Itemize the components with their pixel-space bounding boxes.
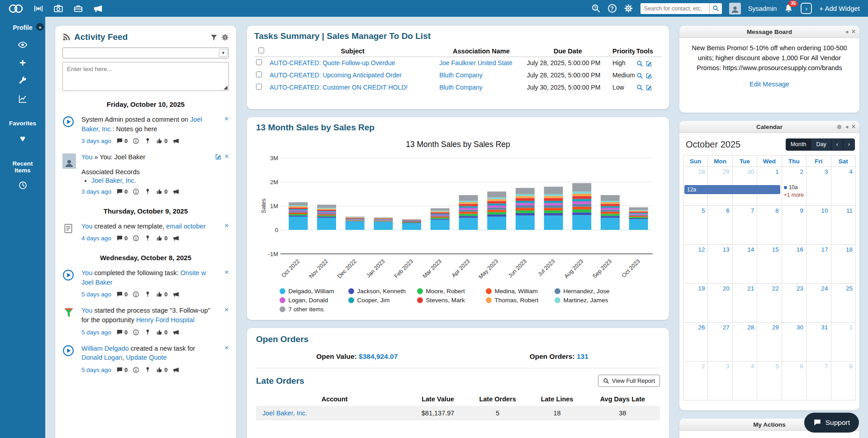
calendar-day-cell[interactable]: 8 — [757, 206, 782, 245]
calendar-day-cell[interactable]: 7 — [733, 206, 757, 245]
feed-item-timestamp[interactable]: 5 days ago — [81, 367, 111, 373]
calendar-day-cell[interactable]: 15 — [757, 245, 782, 284]
eye-icon[interactable] — [18, 40, 28, 50]
filter-icon[interactable] — [210, 33, 218, 41]
help-icon[interactable]: ? — [608, 4, 617, 13]
user-avatar[interactable] — [729, 3, 741, 14]
close-icon[interactable]: × — [224, 152, 229, 160]
add-icon[interactable]: + — [19, 58, 26, 67]
global-search-input[interactable] — [640, 3, 709, 14]
zoom-search-icon[interactable] — [591, 4, 601, 13]
camera-icon[interactable] — [53, 4, 63, 14]
calendar-day-cell[interactable]: 11 — [831, 206, 856, 245]
select-all-checkbox[interactable] — [258, 48, 264, 53]
calendar-event-bar[interactable]: 12a — [684, 185, 780, 194]
task-checkbox[interactable] — [256, 71, 262, 77]
pin-icon[interactable] — [144, 188, 151, 195]
legend-item[interactable]: Hernandez, Jose — [555, 288, 623, 295]
feed-item-timestamp[interactable]: 3 days ago — [81, 188, 111, 195]
calendar-next-button[interactable]: › — [843, 138, 855, 151]
associated-record-link[interactable]: Joel Baker, Inc. — [91, 177, 136, 184]
feed-filter-select[interactable]: ▼ — [62, 48, 229, 58]
pin-icon[interactable] — [144, 138, 151, 144]
comment-icon[interactable]: 0 — [116, 138, 128, 144]
calendar-day-view-button[interactable]: Day — [811, 138, 831, 151]
calendar-day-cell[interactable]: 18 — [831, 245, 856, 284]
calendar-day-cell[interactable]: 22 — [757, 284, 782, 323]
calendar-day-cell[interactable]: 16 — [782, 245, 806, 284]
settings-gear-icon[interactable] — [624, 4, 633, 13]
global-search-button[interactable] — [709, 3, 722, 14]
calendar-day-cell[interactable]: 20 — [708, 284, 732, 323]
task-view-icon[interactable] — [636, 59, 643, 67]
thumbs-up-icon[interactable]: 0 — [156, 329, 167, 336]
expand-panel-button[interactable]: › — [801, 3, 812, 14]
collapse-icon[interactable]: ◂ — [845, 29, 848, 35]
calendar-prev-button[interactable]: ‹ — [831, 138, 843, 151]
task-view-icon[interactable] — [636, 71, 643, 79]
calendar-day-cell[interactable]: 26 — [683, 323, 708, 362]
thumbs-up-icon[interactable]: 0 — [156, 367, 167, 373]
task-edit-icon[interactable] — [645, 59, 652, 67]
calendar-more-link[interactable]: +1 more — [782, 192, 806, 198]
pin-icon[interactable] — [144, 367, 151, 373]
comment-icon[interactable]: 0 — [116, 235, 128, 242]
resize-handle[interactable] — [223, 86, 228, 90]
calendar-day-cell[interactable]: 6 — [782, 362, 806, 400]
thumbs-up-icon[interactable]: 0 — [156, 188, 167, 195]
announce-icon[interactable] — [173, 235, 180, 242]
calendar-day-cell[interactable]: 14 — [733, 245, 757, 284]
edit-message-link[interactable]: Edit Message — [679, 81, 859, 88]
announce-icon[interactable] — [173, 291, 180, 298]
legend-item[interactable]: Medina, William — [486, 288, 555, 295]
late-order-account-link[interactable]: Joel Baker, Inc. — [262, 409, 307, 417]
support-button[interactable]: Support — [804, 413, 859, 433]
info-icon[interactable] — [133, 235, 139, 242]
calendar-day-cell[interactable]: 19 — [683, 284, 708, 323]
thumbs-up-icon[interactable]: 0 — [156, 235, 167, 242]
pin-icon[interactable] — [144, 291, 151, 298]
legend-item[interactable]: Thomas, Robert — [486, 297, 555, 304]
feed-item-link[interactable]: You — [81, 223, 92, 230]
close-icon[interactable]: × — [224, 222, 229, 229]
calendar-day-cell[interactable]: 5 — [757, 362, 782, 400]
calendar-day-cell[interactable]: 25 — [831, 284, 856, 323]
task-subject-link[interactable]: AUTO-CREATED: Upcoming Anticipated Order — [270, 71, 402, 79]
info-icon[interactable] — [133, 367, 139, 373]
feed-item-link[interactable]: You — [81, 269, 92, 276]
announce-icon[interactable] — [173, 188, 180, 195]
task-association-link[interactable]: Bluth Company — [439, 84, 483, 91]
feed-item-timestamp[interactable]: 4 days ago — [81, 235, 111, 242]
task-view-icon[interactable] — [636, 84, 643, 91]
calendar-day-cell[interactable]: 7 — [806, 362, 831, 400]
calendar-collapse-icon[interactable]: ◂ — [845, 124, 848, 130]
chart-icon[interactable] — [18, 94, 28, 104]
legend-item[interactable]: Delgado, William — [280, 288, 348, 295]
calendar-day-cell[interactable]: 10 — [806, 206, 831, 245]
feed-item-timestamp[interactable]: 5 days ago — [81, 291, 111, 298]
calendar-day-cell[interactable]: 31 — [806, 323, 831, 362]
comment-icon[interactable]: 0 — [116, 329, 128, 336]
notifications-bell-icon[interactable]: 35 — [784, 4, 793, 13]
legend-item[interactable]: Cooper, Jim — [348, 297, 417, 304]
task-checkbox[interactable] — [256, 84, 262, 90]
task-checkbox[interactable] — [256, 59, 262, 65]
calendar-day-cell[interactable]: 8 — [831, 362, 856, 400]
calendar-day-cell[interactable]: 30 — [782, 323, 806, 362]
close-icon[interactable]: ✕ — [851, 29, 856, 35]
username[interactable]: Sysadmin — [748, 5, 777, 12]
edit-icon[interactable] — [215, 152, 222, 160]
calendar-day-cell[interactable]: 27 — [708, 323, 732, 362]
close-icon[interactable]: × — [224, 306, 229, 314]
calendar-gear-icon[interactable] — [836, 124, 842, 130]
comment-icon[interactable]: 0 — [116, 291, 128, 298]
legend-item[interactable]: Jackson, Kenneth — [348, 288, 417, 295]
broadcast-icon[interactable] — [33, 4, 43, 14]
calendar-day-cell[interactable]: 4 — [733, 362, 757, 400]
calendar-day-cell[interactable]: 1 — [831, 323, 856, 362]
feed-item-link[interactable]: You — [81, 153, 92, 161]
open-orders-count[interactable]: 131 — [577, 352, 588, 360]
feed-item-link[interactable]: You — [81, 307, 92, 314]
calendar-day-cell[interactable]: 5 — [683, 206, 708, 245]
task-edit-icon[interactable] — [645, 84, 652, 91]
